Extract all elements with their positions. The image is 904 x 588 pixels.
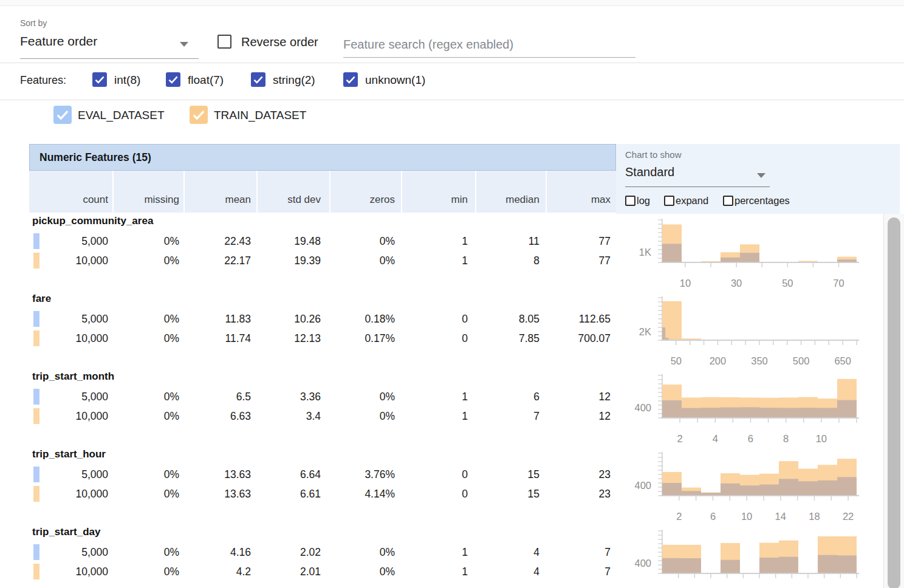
type-filter-checkbox[interactable]: [343, 72, 358, 87]
stat-cell-mean: 6.5: [175, 388, 251, 405]
x-tick-label: 10: [741, 511, 752, 522]
stat-cell-std-dev: 2.02: [245, 544, 321, 561]
stat-cell-count: 10,000: [32, 330, 108, 347]
x-tick-label: 14: [775, 511, 786, 522]
feature-group-trip_start_day: trip_start_day5,0000%4.162.020%14710,000…: [29, 525, 616, 588]
stat-cell-min: 0: [392, 330, 468, 347]
stat-cell-missing: 0%: [103, 408, 179, 425]
chart-type-select[interactable]: Standard: [625, 165, 674, 179]
chevron-down-icon: [180, 42, 188, 47]
check-icon: [343, 72, 358, 87]
histogram-trip_start_hour: 2610141822400: [616, 447, 902, 525]
type-filter-label: string(2): [273, 74, 315, 87]
eval-dataset-label: EVAL_DATASET: [78, 109, 165, 122]
y-axis-label: 1K: [639, 247, 651, 258]
sort-by-select[interactable]: Feature order: [20, 34, 199, 58]
stat-cell-max: 112.65: [535, 310, 611, 327]
type-filter-checkbox[interactable]: [92, 72, 107, 87]
stat-cell-mean: 4.2: [175, 563, 251, 580]
train_dataset-bars: [662, 301, 857, 340]
reverse-order-checkbox[interactable]: [217, 35, 231, 49]
stat-cell-mean: 11.83: [175, 310, 251, 327]
stat-cell-zeros: 0%: [319, 408, 395, 425]
stat-cell-zeros: 0%: [319, 544, 395, 561]
stat-cell-max: 77: [535, 252, 611, 269]
y-axis-label: 400: [634, 558, 651, 569]
stat-cell-max: 7: [535, 563, 611, 580]
stat-cell-zeros: 0%: [319, 252, 395, 269]
scrollbar-thumb[interactable]: [888, 217, 900, 588]
stat-cell-min: 1: [392, 252, 468, 269]
stat-cell-zeros: 4.14%: [319, 485, 395, 502]
feature-group-fare: fare5,0000%11.8310.260.18%08.05112.6510,…: [29, 292, 616, 369]
stat-cell-count: 10,000: [32, 252, 108, 269]
x-tick-label: 350: [751, 355, 768, 366]
chart-option-checkbox-percentages[interactable]: [723, 196, 733, 206]
stat-cell-min: 0: [392, 466, 468, 483]
facets-overview-app: Sort by Feature order Reverse order Feat…: [0, 0, 904, 588]
chart-controls-panel: Chart to show Standard logexpandpercenta…: [616, 144, 900, 214]
chart-select-underline: [625, 186, 770, 187]
stat-cell-min: 0: [392, 485, 468, 502]
type-filter-label: int(8): [114, 74, 140, 87]
column-header-max: max: [538, 194, 611, 208]
stat-cell-mean: 22.17: [175, 252, 251, 269]
feature-name: trip_start_day: [32, 526, 100, 538]
x-tick-label: 200: [710, 355, 727, 366]
stat-cell-max: 12: [535, 408, 611, 425]
top-strip: [0, 0, 904, 6]
stat-cell-missing: 0%: [103, 330, 179, 347]
x-tick-label: 6: [710, 511, 716, 522]
stat-cell-max: 700.07: [535, 330, 611, 347]
stat-cell-std-dev: 6.64: [245, 466, 321, 483]
chart-option-label: expand: [676, 195, 708, 207]
chart-option-label: percentages: [734, 195, 790, 207]
stat-cell-min: 1: [392, 388, 468, 405]
stat-cell-missing: 0%: [103, 485, 179, 502]
stat-cell-mean: 6.63: [175, 408, 251, 425]
stat-cell-std-dev: 19.48: [245, 233, 321, 250]
stat-cell-std-dev: 12.13: [245, 330, 321, 347]
stat-cell-missing: 0%: [103, 252, 179, 269]
search-input[interactable]: [343, 32, 635, 58]
stat-cell-median: 4: [464, 544, 539, 561]
stat-cell-zeros: 0.17%: [319, 330, 395, 347]
stat-cell-min: 1: [392, 233, 468, 250]
sort-by-value: Feature order: [20, 34, 97, 48]
stat-cell-zeros: 0%: [319, 388, 395, 405]
chart-option-checkbox-log[interactable]: [625, 196, 635, 206]
feature-group-trip_start_hour: trip_start_hour5,0000%13.636.643.76%0152…: [29, 447, 616, 525]
stat-cell-median: 8.05: [464, 310, 539, 327]
divider: [0, 63, 904, 63]
chart-option-checkbox-expand[interactable]: [664, 196, 674, 206]
y-axis-label: 400: [634, 480, 651, 491]
check-icon: [190, 106, 208, 124]
scrollbar-track[interactable]: [883, 214, 904, 588]
stat-cell-count: 5,000: [32, 233, 108, 250]
stat-cell-mean: 22.43: [175, 233, 251, 250]
stat-cell-std-dev: 3.36: [245, 388, 321, 405]
x-tick-label: 10: [816, 433, 827, 444]
stat-cell-missing: 0%: [103, 466, 179, 483]
stat-cell-count: 10,000: [32, 485, 108, 502]
x-tick-label: 70: [833, 278, 844, 289]
check-icon: [92, 72, 107, 87]
column-header-std-dev: std dev: [248, 194, 321, 208]
stat-cell-count: 5,000: [32, 544, 108, 561]
stat-cell-std-dev: 10.26: [245, 310, 321, 327]
eval-dataset-checkbox[interactable]: [53, 106, 72, 124]
column-header-median: median: [467, 194, 539, 208]
stat-cell-max: 7: [535, 544, 611, 561]
type-filter-checkbox[interactable]: [251, 72, 265, 87]
stat-cell-std-dev: 6.61: [245, 485, 321, 502]
train-dataset-checkbox[interactable]: [190, 106, 208, 124]
feature-group-trip_start_month: trip_start_month5,0000%6.53.360%161210,0…: [29, 369, 616, 447]
column-header-mean: mean: [178, 194, 251, 208]
stat-cell-median: 11: [464, 233, 539, 250]
stat-cell-mean: 13.63: [175, 485, 251, 502]
x-tick-label: 650: [834, 355, 851, 366]
type-filter-checkbox[interactable]: [166, 72, 180, 87]
stat-cell-max: 23: [535, 466, 611, 483]
feature-name: fare: [32, 293, 51, 305]
x-tick-label: 22: [843, 511, 854, 522]
